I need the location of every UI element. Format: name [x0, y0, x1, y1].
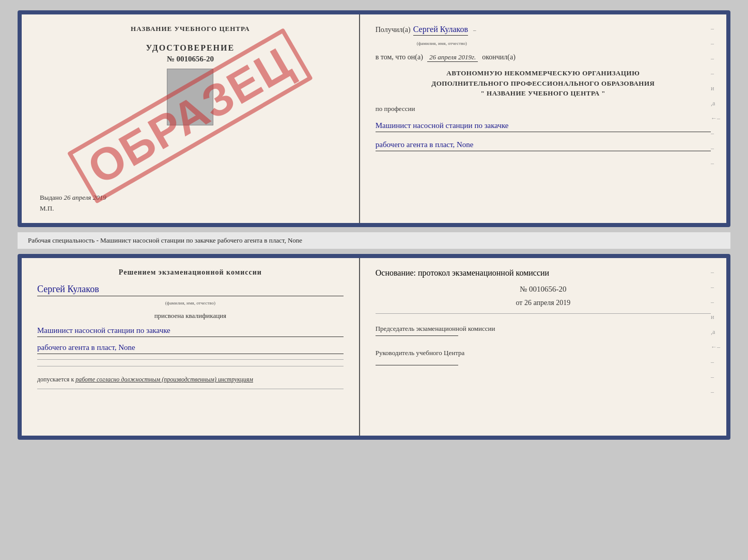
rukovoditel-signature-line [376, 365, 458, 365]
prisvoena-label: присвоена квалификация [37, 312, 344, 320]
vydano-row: Выдано 26 апреля 2019 [40, 194, 106, 202]
bottom-name: Сергей Кулаков [37, 284, 344, 296]
osnowanie-label: Основание: протокол экзаменационной коми… [376, 268, 711, 278]
udost-number: № 0010656-20 [167, 55, 214, 63]
predsedatel-signature-line [376, 335, 458, 336]
prof-line2: рабочего агента в пласт, None [376, 138, 711, 151]
vtom-row: в том, что он(а) 26 апреля 2019г. окончи… [376, 53, 711, 62]
org-line1: АВТОНОМНУЮ НЕКОММЕРЧЕСКУЮ ОРГАНИЗАЦИЮ [376, 68, 711, 78]
udostoverenie-block: УДОСТОВЕРЕНИЕ № 0010656-20 [146, 43, 235, 63]
top-left-title: НАЗВАНИЕ УЧЕБНОГО ЦЕНТРА [131, 25, 250, 33]
ot-date: от 26 апреля 2019 [376, 299, 711, 307]
resheniem-title: Решением экзаменационной комиссии [37, 268, 344, 277]
line1 [37, 359, 344, 360]
vydano-label: Выдано [40, 194, 62, 201]
middle-text: Рабочая специальность - Машинист насосно… [18, 232, 730, 249]
vtom-date: 26 апреля 2019г. [427, 53, 478, 62]
line3 [37, 389, 344, 389]
poluchil-row: Получил(a) Сергей Кулаков – [376, 25, 711, 36]
dopuskaetsya-row: допускается к работе согласно должностны… [37, 376, 344, 383]
mp-label: М.П. [40, 204, 54, 213]
bottom-doc-left: Решением экзаменационной комиссии Сергей… [22, 258, 360, 436]
vtom-label: в том, что он(а) [376, 53, 423, 61]
bottom-right-line1 [376, 313, 711, 314]
qual-line2: рабочего агента в пласт, None [37, 341, 344, 354]
familiya-hint-top: (фамилия, имя, отчество) [417, 41, 467, 46]
right-dashes: ––––и,а←–––– [711, 25, 720, 167]
poluchil-name: Сергей Кулаков [413, 25, 468, 36]
org-line2: ДОПОЛНИТЕЛЬНОГО ПРОФЕССИОНАЛЬНОГО ОБРАЗО… [376, 78, 711, 89]
bottom-document: Решением экзаменационной комиссии Сергей… [18, 254, 730, 440]
document-container: НАЗВАНИЕ УЧЕБНОГО ЦЕНТРА УДОСТОВЕРЕНИЕ №… [18, 10, 730, 440]
predsedatel-block: Председатель экзаменационной комиссии [376, 324, 711, 338]
protocol-number: № 0010656-20 [376, 285, 711, 294]
vydano-date: 26 апреля 2019 [64, 194, 106, 201]
okonchil-label: окончил(а) [482, 53, 516, 61]
prof-line1: Машинист насосной станции по закачке [376, 119, 711, 132]
org-line3: " НАЗВАНИЕ УЧЕБНОГО ЦЕНТРА " [376, 88, 711, 99]
bottom-fio-hint: (фамилия, имя, отчество) [37, 300, 344, 306]
line2 [37, 366, 344, 366]
qual-line1: Машинист насосной станции по закачке [37, 324, 344, 337]
bottom-right-dashes: –––и,а←–––– [711, 268, 720, 396]
udost-label: УДОСТОВЕРЕНИЕ [146, 43, 235, 53]
top-doc-right: Получил(a) Сергей Кулаков – (фамилия, им… [360, 14, 726, 223]
top-document: НАЗВАНИЕ УЧЕБНОГО ЦЕНТРА УДОСТОВЕРЕНИЕ №… [18, 10, 730, 227]
bottom-doc-right: Основание: протокол экзаменационной коми… [360, 258, 726, 436]
po-professii-label: по профессии [376, 105, 711, 113]
dopuskaetsya-label: допускается к [37, 376, 74, 383]
photo-placeholder [167, 69, 213, 125]
predsedatel-label: Председатель экзаменационной комиссии [376, 324, 711, 333]
dopuskaetsya-value: работе согласно должностным (производств… [75, 376, 253, 383]
poluchil-label: Получил(a) [376, 26, 411, 34]
org-block: АВТОНОМНУЮ НЕКОММЕРЧЕСКУЮ ОРГАНИЗАЦИЮ ДО… [376, 68, 711, 99]
top-doc-left: НАЗВАНИЕ УЧЕБНОГО ЦЕНТРА УДОСТОВЕРЕНИЕ №… [22, 14, 360, 223]
middle-text-content: Рабочая специальность - Машинист насосно… [28, 236, 302, 244]
rukovoditel-label: Руководитель учебного Центра [376, 348, 711, 358]
